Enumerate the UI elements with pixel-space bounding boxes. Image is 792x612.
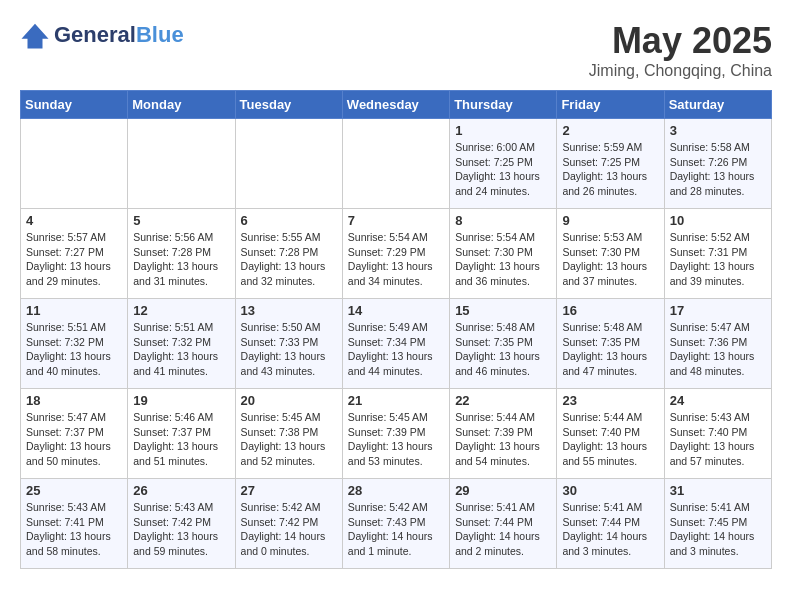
day-info: Sunrise: 5:42 AM Sunset: 7:42 PM Dayligh… [241, 500, 337, 559]
day-info: Sunrise: 5:41 AM Sunset: 7:44 PM Dayligh… [562, 500, 658, 559]
weekday-header-saturday: Saturday [664, 91, 771, 119]
day-number: 10 [670, 213, 766, 228]
day-info: Sunrise: 5:59 AM Sunset: 7:25 PM Dayligh… [562, 140, 658, 199]
day-number: 18 [26, 393, 122, 408]
calendar-cell: 12Sunrise: 5:51 AM Sunset: 7:32 PM Dayli… [128, 299, 235, 389]
day-number: 26 [133, 483, 229, 498]
calendar-week-5: 25Sunrise: 5:43 AM Sunset: 7:41 PM Dayli… [21, 479, 772, 569]
day-number: 9 [562, 213, 658, 228]
day-number: 13 [241, 303, 337, 318]
month-title: May 2025 [589, 20, 772, 62]
day-info: Sunrise: 5:44 AM Sunset: 7:40 PM Dayligh… [562, 410, 658, 469]
title-block: May 2025 Jiming, Chongqing, China [589, 20, 772, 80]
day-info: Sunrise: 5:41 AM Sunset: 7:44 PM Dayligh… [455, 500, 551, 559]
day-info: Sunrise: 5:43 AM Sunset: 7:41 PM Dayligh… [26, 500, 122, 559]
day-number: 22 [455, 393, 551, 408]
day-info: Sunrise: 5:55 AM Sunset: 7:28 PM Dayligh… [241, 230, 337, 289]
day-info: Sunrise: 5:48 AM Sunset: 7:35 PM Dayligh… [455, 320, 551, 379]
day-number: 28 [348, 483, 444, 498]
calendar-cell: 11Sunrise: 5:51 AM Sunset: 7:32 PM Dayli… [21, 299, 128, 389]
calendar-cell: 31Sunrise: 5:41 AM Sunset: 7:45 PM Dayli… [664, 479, 771, 569]
weekday-header-thursday: Thursday [450, 91, 557, 119]
day-number: 25 [26, 483, 122, 498]
calendar-table: SundayMondayTuesdayWednesdayThursdayFrid… [20, 90, 772, 569]
calendar-cell: 5Sunrise: 5:56 AM Sunset: 7:28 PM Daylig… [128, 209, 235, 299]
calendar-week-2: 4Sunrise: 5:57 AM Sunset: 7:27 PM Daylig… [21, 209, 772, 299]
calendar-cell: 21Sunrise: 5:45 AM Sunset: 7:39 PM Dayli… [342, 389, 449, 479]
day-number: 5 [133, 213, 229, 228]
calendar-cell: 19Sunrise: 5:46 AM Sunset: 7:37 PM Dayli… [128, 389, 235, 479]
calendar-cell: 28Sunrise: 5:42 AM Sunset: 7:43 PM Dayli… [342, 479, 449, 569]
calendar-cell: 20Sunrise: 5:45 AM Sunset: 7:38 PM Dayli… [235, 389, 342, 479]
day-number: 29 [455, 483, 551, 498]
day-info: Sunrise: 6:00 AM Sunset: 7:25 PM Dayligh… [455, 140, 551, 199]
logo: GeneralBlue [20, 20, 184, 50]
day-number: 7 [348, 213, 444, 228]
calendar-cell: 6Sunrise: 5:55 AM Sunset: 7:28 PM Daylig… [235, 209, 342, 299]
weekday-header-friday: Friday [557, 91, 664, 119]
day-number: 14 [348, 303, 444, 318]
day-number: 3 [670, 123, 766, 138]
weekday-header-wednesday: Wednesday [342, 91, 449, 119]
calendar-cell: 18Sunrise: 5:47 AM Sunset: 7:37 PM Dayli… [21, 389, 128, 479]
day-number: 31 [670, 483, 766, 498]
day-number: 6 [241, 213, 337, 228]
day-number: 23 [562, 393, 658, 408]
day-info: Sunrise: 5:47 AM Sunset: 7:37 PM Dayligh… [26, 410, 122, 469]
day-info: Sunrise: 5:45 AM Sunset: 7:38 PM Dayligh… [241, 410, 337, 469]
calendar-cell: 23Sunrise: 5:44 AM Sunset: 7:40 PM Dayli… [557, 389, 664, 479]
location-subtitle: Jiming, Chongqing, China [589, 62, 772, 80]
calendar-cell: 3Sunrise: 5:58 AM Sunset: 7:26 PM Daylig… [664, 119, 771, 209]
day-number: 17 [670, 303, 766, 318]
day-info: Sunrise: 5:53 AM Sunset: 7:30 PM Dayligh… [562, 230, 658, 289]
day-number: 11 [26, 303, 122, 318]
svg-marker-0 [22, 24, 49, 49]
calendar-cell: 7Sunrise: 5:54 AM Sunset: 7:29 PM Daylig… [342, 209, 449, 299]
calendar-cell: 16Sunrise: 5:48 AM Sunset: 7:35 PM Dayli… [557, 299, 664, 389]
calendar-cell [235, 119, 342, 209]
calendar-cell: 24Sunrise: 5:43 AM Sunset: 7:40 PM Dayli… [664, 389, 771, 479]
logo-text: GeneralBlue [54, 23, 184, 47]
calendar-cell: 2Sunrise: 5:59 AM Sunset: 7:25 PM Daylig… [557, 119, 664, 209]
day-number: 12 [133, 303, 229, 318]
day-info: Sunrise: 5:54 AM Sunset: 7:30 PM Dayligh… [455, 230, 551, 289]
day-info: Sunrise: 5:46 AM Sunset: 7:37 PM Dayligh… [133, 410, 229, 469]
day-info: Sunrise: 5:48 AM Sunset: 7:35 PM Dayligh… [562, 320, 658, 379]
day-info: Sunrise: 5:45 AM Sunset: 7:39 PM Dayligh… [348, 410, 444, 469]
day-info: Sunrise: 5:41 AM Sunset: 7:45 PM Dayligh… [670, 500, 766, 559]
day-info: Sunrise: 5:50 AM Sunset: 7:33 PM Dayligh… [241, 320, 337, 379]
page-header: GeneralBlue May 2025 Jiming, Chongqing, … [20, 20, 772, 80]
day-number: 2 [562, 123, 658, 138]
day-info: Sunrise: 5:44 AM Sunset: 7:39 PM Dayligh… [455, 410, 551, 469]
calendar-cell: 14Sunrise: 5:49 AM Sunset: 7:34 PM Dayli… [342, 299, 449, 389]
calendar-cell: 4Sunrise: 5:57 AM Sunset: 7:27 PM Daylig… [21, 209, 128, 299]
calendar-week-1: 1Sunrise: 6:00 AM Sunset: 7:25 PM Daylig… [21, 119, 772, 209]
day-info: Sunrise: 5:56 AM Sunset: 7:28 PM Dayligh… [133, 230, 229, 289]
day-info: Sunrise: 5:47 AM Sunset: 7:36 PM Dayligh… [670, 320, 766, 379]
weekday-header-sunday: Sunday [21, 91, 128, 119]
day-number: 30 [562, 483, 658, 498]
weekday-header-tuesday: Tuesday [235, 91, 342, 119]
calendar-cell [342, 119, 449, 209]
day-number: 19 [133, 393, 229, 408]
day-info: Sunrise: 5:49 AM Sunset: 7:34 PM Dayligh… [348, 320, 444, 379]
calendar-week-4: 18Sunrise: 5:47 AM Sunset: 7:37 PM Dayli… [21, 389, 772, 479]
day-number: 1 [455, 123, 551, 138]
day-number: 24 [670, 393, 766, 408]
calendar-cell: 8Sunrise: 5:54 AM Sunset: 7:30 PM Daylig… [450, 209, 557, 299]
calendar-cell: 9Sunrise: 5:53 AM Sunset: 7:30 PM Daylig… [557, 209, 664, 299]
day-number: 20 [241, 393, 337, 408]
day-number: 15 [455, 303, 551, 318]
calendar-cell: 17Sunrise: 5:47 AM Sunset: 7:36 PM Dayli… [664, 299, 771, 389]
calendar-cell: 1Sunrise: 6:00 AM Sunset: 7:25 PM Daylig… [450, 119, 557, 209]
weekday-header-monday: Monday [128, 91, 235, 119]
day-info: Sunrise: 5:43 AM Sunset: 7:40 PM Dayligh… [670, 410, 766, 469]
calendar-cell: 27Sunrise: 5:42 AM Sunset: 7:42 PM Dayli… [235, 479, 342, 569]
calendar-cell [21, 119, 128, 209]
day-info: Sunrise: 5:42 AM Sunset: 7:43 PM Dayligh… [348, 500, 444, 559]
day-info: Sunrise: 5:54 AM Sunset: 7:29 PM Dayligh… [348, 230, 444, 289]
weekday-header-row: SundayMondayTuesdayWednesdayThursdayFrid… [21, 91, 772, 119]
day-number: 21 [348, 393, 444, 408]
day-info: Sunrise: 5:57 AM Sunset: 7:27 PM Dayligh… [26, 230, 122, 289]
calendar-cell [128, 119, 235, 209]
